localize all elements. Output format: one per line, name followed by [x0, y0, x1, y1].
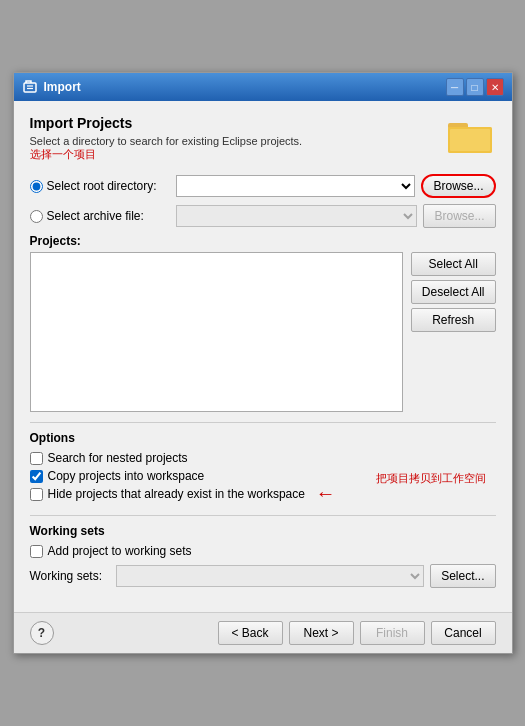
- next-button[interactable]: Next >: [289, 621, 354, 645]
- root-directory-text: Select root directory:: [47, 179, 157, 193]
- dialog-description: Select a directory to search for existin…: [30, 135, 303, 147]
- options-title: Options: [30, 431, 496, 445]
- cancel-button[interactable]: Cancel: [431, 621, 496, 645]
- dialog-content: Import Projects Select a directory to se…: [14, 101, 512, 612]
- header-section: Import Projects Select a directory to se…: [30, 115, 496, 162]
- select-working-sets-button[interactable]: Select...: [430, 564, 495, 588]
- annotation-select-project: 选择一个项目: [30, 148, 96, 160]
- folder-icon: [448, 115, 496, 155]
- projects-label: Projects:: [30, 234, 496, 248]
- window-icon: [22, 79, 38, 95]
- maximize-button[interactable]: □: [466, 78, 484, 96]
- archive-file-label[interactable]: Select archive file:: [30, 209, 170, 223]
- hide-projects-label: Hide projects that already exist in the …: [48, 487, 305, 501]
- help-button[interactable]: ?: [30, 621, 54, 645]
- bottom-bar: ? < Back Next > Finish Cancel: [14, 612, 512, 653]
- back-button[interactable]: < Back: [218, 621, 283, 645]
- nested-projects-checkbox[interactable]: [30, 452, 43, 465]
- options-section: Options Search for nested projects Copy …: [30, 431, 496, 505]
- archive-file-radio[interactable]: [30, 210, 43, 223]
- copy-annotation: 把项目拷贝到工作空间 ←: [376, 471, 486, 505]
- title-controls: ─ □ ✕: [446, 78, 504, 96]
- projects-list[interactable]: [30, 252, 403, 412]
- root-directory-row: Select root directory: Browse...: [30, 174, 496, 198]
- add-to-working-sets-label: Add project to working sets: [48, 544, 192, 558]
- import-dialog: Import ─ □ ✕ Import Projects Select a di…: [13, 72, 513, 654]
- refresh-button[interactable]: Refresh: [411, 308, 496, 332]
- hide-projects-row: Hide projects that already exist in the …: [30, 487, 305, 501]
- dialog-title: Import Projects: [30, 115, 303, 131]
- nested-projects-label: Search for nested projects: [48, 451, 188, 465]
- root-directory-label[interactable]: Select root directory:: [30, 179, 170, 193]
- add-to-working-sets-row: Add project to working sets: [30, 544, 496, 558]
- archive-file-text: Select archive file:: [47, 209, 144, 223]
- browse-root-button[interactable]: Browse...: [421, 174, 495, 198]
- working-sets-section: Working sets Add project to working sets…: [30, 524, 496, 588]
- archive-file-input[interactable]: [176, 205, 418, 227]
- options-checkboxes: Search for nested projects Copy projects…: [30, 451, 305, 505]
- arrow-icon: ←: [316, 482, 336, 505]
- hide-projects-checkbox[interactable]: [30, 488, 43, 501]
- folder-icon-area: [448, 115, 496, 155]
- projects-area: Select All Deselect All Refresh: [30, 252, 496, 412]
- copy-projects-row: Copy projects into workspace: [30, 469, 305, 483]
- copy-projects-checkbox[interactable]: [30, 470, 43, 483]
- copy-projects-label: Copy projects into workspace: [48, 469, 205, 483]
- deselect-all-button[interactable]: Deselect All: [411, 280, 496, 304]
- add-to-working-sets-checkbox[interactable]: [30, 545, 43, 558]
- svg-rect-6: [450, 129, 490, 151]
- working-sets-input-row: Working sets: Select...: [30, 564, 496, 588]
- nested-projects-row: Search for nested projects: [30, 451, 305, 465]
- projects-buttons: Select All Deselect All Refresh: [411, 252, 496, 412]
- title-bar: Import ─ □ ✕: [14, 73, 512, 101]
- working-sets-dropdown[interactable]: [116, 565, 425, 587]
- select-all-button[interactable]: Select All: [411, 252, 496, 276]
- root-directory-radio[interactable]: [30, 180, 43, 193]
- copy-annotation-text: 把项目拷贝到工作空间: [376, 471, 486, 486]
- header-left: Import Projects Select a directory to se…: [30, 115, 303, 162]
- archive-file-row: Select archive file: Browse...: [30, 204, 496, 228]
- title-bar-left: Import: [22, 79, 81, 95]
- divider-1: [30, 422, 496, 423]
- window-title: Import: [44, 80, 81, 94]
- working-sets-label-text: Working sets:: [30, 569, 110, 583]
- working-sets-title: Working sets: [30, 524, 496, 538]
- nav-buttons: < Back Next > Finish Cancel: [218, 621, 496, 645]
- svg-rect-0: [24, 83, 36, 92]
- close-button[interactable]: ✕: [486, 78, 504, 96]
- finish-button[interactable]: Finish: [360, 621, 425, 645]
- divider-2: [30, 515, 496, 516]
- minimize-button[interactable]: ─: [446, 78, 464, 96]
- browse-archive-button[interactable]: Browse...: [423, 204, 495, 228]
- root-directory-input[interactable]: [176, 175, 416, 197]
